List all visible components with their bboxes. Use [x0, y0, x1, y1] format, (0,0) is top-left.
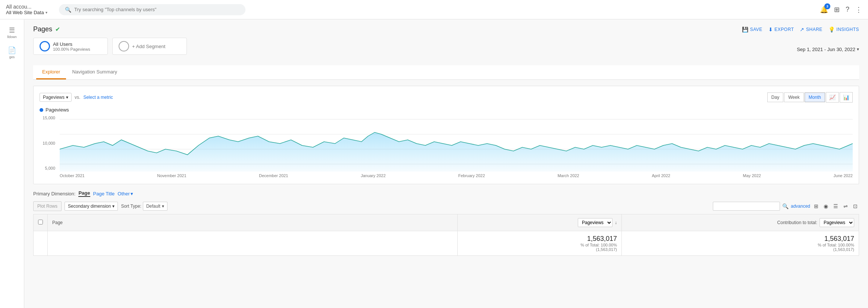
- plot-rows-button[interactable]: Plot Rows: [33, 201, 62, 211]
- main-content: Pages ✔ 💾 SAVE ⬇ EXPORT ↗ SHARE: [24, 19, 868, 308]
- y-label-10k: 10,000: [40, 141, 55, 145]
- report-tabs: Explorer Navigation Summary: [33, 65, 859, 80]
- search-input[interactable]: [74, 7, 239, 12]
- sort-pageviews-icon[interactable]: ↓: [615, 220, 617, 225]
- x-label-feb: February 2022: [458, 173, 485, 178]
- add-segment-button[interactable]: + Add Segment: [112, 38, 187, 55]
- bar-chart-icon-btn[interactable]: 📊: [840, 92, 853, 103]
- dim-other-chevron: ▾: [131, 191, 133, 197]
- segment-circle: [40, 41, 50, 51]
- sidebar-item-pages[interactable]: 📄 ges: [0, 43, 24, 63]
- sidebar-item-breakdown[interactable]: ☰ lldown: [0, 22, 24, 43]
- secondary-dim-select[interactable]: Secondary dimension ▾: [65, 202, 118, 211]
- x-label-nov: November 2021: [157, 173, 186, 178]
- total-checkbox-cell: [34, 231, 48, 256]
- table-view-list-icon[interactable]: ☰: [832, 202, 840, 210]
- date-range[interactable]: Sep 1, 2021 - Jun 30, 2022 ▾: [797, 47, 859, 52]
- line-chart-icon-btn[interactable]: 📈: [826, 92, 839, 103]
- apps-icon[interactable]: ⊞: [834, 6, 840, 14]
- legend-label: Pageviews: [46, 107, 69, 113]
- time-btn-day[interactable]: Day: [767, 92, 783, 102]
- export-label: EXPORT: [774, 27, 794, 32]
- chart-container: Pageviews ▾ vs. Select a metric Day Week…: [33, 86, 859, 184]
- property-name: All Web Site Data: [6, 10, 44, 15]
- secondary-dim-chevron: ▾: [112, 204, 115, 209]
- chart-legend: Pageviews: [40, 107, 853, 113]
- dim-page-title-link[interactable]: Page Title: [93, 191, 115, 197]
- tab-explorer[interactable]: Explorer: [36, 65, 66, 79]
- table-view-options-icon[interactable]: ⊡: [852, 202, 859, 210]
- y-axis: 15,000 10,000 5,000: [40, 116, 57, 170]
- tab-explorer-label: Explorer: [42, 69, 60, 75]
- total-pageviews-sub2: (1,563,017): [462, 247, 617, 252]
- pages-icon: 📄: [8, 46, 16, 54]
- save-icon: 💾: [742, 26, 749, 32]
- select-metric-link[interactable]: Select a metric: [83, 95, 113, 100]
- total-pageviews-sub1: % of Total: 100.00%: [462, 243, 617, 247]
- page-header: Pages ✔ 💾 SAVE ⬇ EXPORT ↗ SHARE: [33, 25, 859, 33]
- sort-chevron: ▾: [162, 204, 164, 209]
- notification-button[interactable]: 🔔 3: [820, 6, 828, 14]
- table-view-compare-icon[interactable]: ⇌: [842, 202, 849, 210]
- share-button[interactable]: ↗ SHARE: [800, 26, 822, 32]
- secondary-dim-label: Secondary dimension: [68, 204, 111, 209]
- account-chevron: ▾: [46, 10, 47, 15]
- select-all-checkbox[interactable]: [38, 220, 43, 224]
- time-btn-month[interactable]: Month: [805, 92, 825, 102]
- account-selector[interactable]: All accou... All Web Site Data ▾: [6, 4, 54, 15]
- help-icon[interactable]: ?: [846, 6, 849, 13]
- table-search-input[interactable]: [713, 202, 780, 211]
- total-contribution-sub1: % of Total: 100.00%: [626, 243, 854, 247]
- insights-icon: 💡: [828, 26, 835, 32]
- segment-bar: All Users 100.00% Pageviews + Add Segmen…: [33, 38, 187, 55]
- segment-all-users[interactable]: All Users 100.00% Pageviews: [33, 38, 108, 55]
- tab-navigation-summary[interactable]: Navigation Summary: [66, 65, 123, 79]
- time-btn-week[interactable]: Week: [784, 92, 803, 102]
- global-search-bar[interactable]: 🔍: [59, 4, 245, 15]
- sort-select[interactable]: Default ▾: [143, 202, 167, 211]
- advanced-link[interactable]: advanced: [791, 204, 810, 209]
- notification-badge: 3: [824, 3, 830, 9]
- insights-button[interactable]: 💡 INSIGHTS: [828, 26, 859, 32]
- pageviews-metric-select[interactable]: Pageviews: [578, 218, 612, 227]
- x-label-may: May 2022: [743, 173, 761, 178]
- table-controls: Plot Rows Secondary dimension ▾ Sort Typ…: [33, 201, 859, 211]
- search-icon: 🔍: [65, 7, 71, 13]
- x-label-apr: April 2022: [652, 173, 670, 178]
- x-label-dec: December 2021: [259, 173, 288, 178]
- dim-page-link[interactable]: Page: [78, 190, 90, 197]
- table-search-icon[interactable]: 🔍: [782, 203, 789, 209]
- breakdown-icon: ☰: [9, 26, 15, 34]
- col-page-label: Page: [52, 220, 63, 225]
- col-header-checkbox: [34, 214, 48, 231]
- sidebar-label-pages: ges: [9, 55, 15, 59]
- legend-dot: [40, 108, 43, 112]
- add-segment-circle: [119, 41, 129, 51]
- table-header-row: Page Pageviews ↓ Co: [34, 214, 859, 231]
- share-icon: ↗: [800, 26, 805, 32]
- sidebar: ☰ lldown 📄 ges: [0, 19, 24, 308]
- table-view-pie-icon[interactable]: ◉: [822, 202, 830, 210]
- date-range-text: Sep 1, 2021 - Jun 30, 2022: [797, 47, 855, 52]
- col-header-pageviews: Pageviews ↓: [458, 214, 622, 231]
- header-actions: 🔔 3 ⊞ ? ⋮: [820, 6, 862, 14]
- contribution-metric-select[interactable]: Pageviews: [820, 218, 854, 227]
- metric-select[interactable]: Pageviews ▾: [40, 93, 72, 102]
- main-layout: ☰ lldown 📄 ges Pages ✔ 💾 SAVE: [0, 19, 868, 308]
- primary-dimension: Primary Dimension: Page Page Title Other…: [33, 190, 859, 197]
- more-icon[interactable]: ⋮: [855, 6, 862, 14]
- sort-type-label: Sort Type:: [121, 204, 141, 209]
- segment-info: All Users 100.00% Pageviews: [53, 41, 90, 51]
- y-label-5k: 5,000: [40, 166, 55, 170]
- table-view-grid-icon[interactable]: ⊞: [812, 202, 820, 210]
- save-button[interactable]: 💾 SAVE: [742, 26, 762, 32]
- metric-select-chevron: ▾: [66, 95, 68, 100]
- dim-other-link[interactable]: Other ▾: [117, 191, 133, 197]
- export-icon: ⬇: [768, 26, 773, 32]
- total-pageviews-value: 1,563,017: [462, 235, 617, 243]
- export-button[interactable]: ⬇ EXPORT: [768, 26, 794, 32]
- chart-area: 15,000 10,000 5,000: [40, 116, 853, 178]
- y-label-15k: 15,000: [40, 116, 55, 120]
- total-contribution-value: 1,563,017: [626, 235, 854, 243]
- page-title-area: Pages ✔: [33, 25, 60, 33]
